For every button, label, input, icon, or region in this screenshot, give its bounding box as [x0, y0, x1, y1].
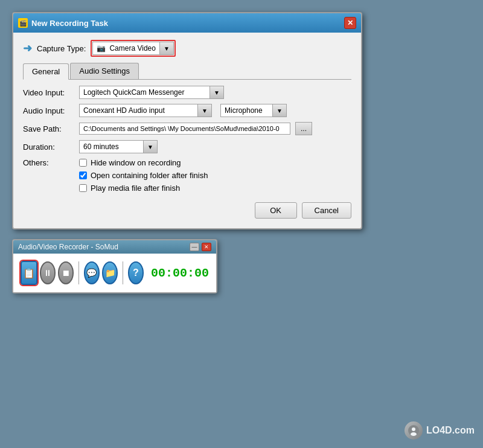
duration-row: Duration: 60 minutes ▼: [23, 140, 351, 153]
pause-button[interactable]: ⏸: [40, 261, 56, 284]
capture-type-value: 📷 Camera Video: [93, 42, 159, 54]
others-section: Others: Hide window on recording Open co…: [23, 158, 351, 193]
dialog-buttons: OK Cancel: [23, 202, 351, 221]
capture-type-row: ➜ Capture Type: 📷 Camera Video ▼: [23, 40, 351, 57]
recorder-titlebar-controls: — ✕: [190, 243, 211, 251]
open-folder-checkbox[interactable]: [79, 171, 87, 179]
titlebar-left: 🎬 New Recording Task: [18, 18, 108, 28]
play-media-checkbox[interactable]: [79, 184, 87, 192]
duration-select[interactable]: 60 minutes ▼: [79, 140, 158, 153]
recorder-close-button[interactable]: ✕: [202, 243, 211, 251]
duration-label: Duration:: [23, 142, 74, 152]
folder-icon: 📁: [105, 268, 115, 278]
audio-input-secondary-arrow[interactable]: ▼: [272, 104, 286, 117]
open-folder-label: Open containing folder after finish: [91, 171, 208, 180]
video-input-label: Video Input:: [23, 88, 74, 97]
hide-window-checkbox[interactable]: [79, 159, 87, 167]
audio-input-value: Conexant HD Audio input: [80, 104, 197, 117]
video-input-value: Logitech QuickCam Messenger: [80, 86, 210, 98]
stop-button[interactable]: ⏹: [58, 261, 74, 284]
svg-point-2: [411, 432, 417, 436]
stop-icon: ⏹: [62, 268, 70, 278]
duration-dropdown-arrow[interactable]: ▼: [143, 141, 157, 153]
watermark-logo: [405, 421, 423, 440]
pause-icon: ⏸: [43, 268, 52, 278]
record-icon: 📋: [23, 267, 35, 279]
audio-input-row: Audio Input: Conexant HD Audio input ▼ M…: [23, 104, 351, 117]
tab-general[interactable]: General: [23, 63, 69, 80]
dialog-titlebar: 🎬 New Recording Task ✕: [13, 13, 361, 33]
video-input-dropdown-arrow[interactable]: ▼: [210, 86, 223, 98]
help-icon: ?: [133, 267, 139, 278]
recorder-window: Audio/Video Recorder - SoMud — ✕ 📋 ⏸ ⏹ 💬…: [12, 239, 217, 293]
play-media-label: Play media file after finish: [91, 184, 180, 193]
capture-type-select-wrapper: 📷 Camera Video ▼: [91, 40, 175, 57]
hide-window-label: Hide window on recording: [91, 158, 181, 167]
svg-point-1: [412, 427, 415, 431]
new-recording-task-dialog: 🎬 New Recording Task ✕ ➜ Capture Type: 📷…: [12, 12, 362, 229]
capture-type-select[interactable]: 📷 Camera Video ▼: [92, 42, 173, 55]
play-media-row: Play media file after finish: [79, 184, 208, 193]
watermark: LO4D.com: [405, 421, 475, 440]
recorder-body: 📋 ⏸ ⏹ 💬 📁 ? 00:00:00: [13, 254, 216, 292]
chat-icon: 💬: [86, 268, 97, 278]
dialog-close-button[interactable]: ✕: [344, 17, 356, 29]
browse-button[interactable]: ...: [295, 122, 312, 135]
save-path-label: Save Path:: [23, 124, 74, 133]
dialog-title-icon: 🎬: [18, 18, 28, 28]
recorder-titlebar: Audio/Video Recorder - SoMud — ✕: [13, 240, 216, 254]
capture-type-label: Capture Type:: [37, 44, 86, 53]
recorder-title-text: Audio/Video Recorder - SoMud: [18, 243, 118, 251]
audio-input-label: Audio Input:: [23, 106, 74, 115]
capture-type-dropdown-arrow[interactable]: ▼: [159, 42, 173, 54]
chat-button[interactable]: 💬: [84, 261, 100, 284]
save-path-row: Save Path: C:\Documents and Settings\ \M…: [23, 122, 351, 135]
divider-2: [123, 261, 123, 284]
dialog-body: ➜ Capture Type: 📷 Camera Video ▼ General…: [13, 33, 361, 228]
save-path-input[interactable]: C:\Documents and Settings\ \My Documents…: [79, 123, 290, 135]
ok-button[interactable]: OK: [255, 202, 297, 219]
folder-button[interactable]: 📁: [102, 261, 118, 284]
record-button[interactable]: 📋: [21, 261, 37, 285]
open-folder-row: Open containing folder after finish: [79, 171, 208, 180]
cancel-button[interactable]: Cancel: [302, 202, 351, 219]
dialog-title-text: New Recording Task: [31, 19, 108, 28]
tabs-row: General Audio Settings: [23, 63, 351, 80]
arrow-icon: ➜: [23, 42, 32, 55]
audio-input-secondary-select[interactable]: Microphone ▼: [220, 104, 287, 117]
watermark-text: LO4D.com: [426, 425, 475, 436]
others-label: Others:: [23, 158, 74, 167]
audio-input-select[interactable]: Conexant HD Audio input ▼: [79, 104, 212, 117]
help-button[interactable]: ?: [128, 261, 144, 284]
audio-input-dropdown-arrow[interactable]: ▼: [197, 104, 211, 117]
video-input-select[interactable]: Logitech QuickCam Messenger ▼: [79, 86, 224, 99]
tab-audio-settings[interactable]: Audio Settings: [70, 63, 139, 79]
others-checkboxes: Hide window on recording Open containing…: [79, 158, 208, 193]
recorder-minimize-button[interactable]: —: [190, 243, 199, 251]
duration-value: 60 minutes: [80, 141, 143, 153]
audio-input-secondary-value: Microphone: [221, 104, 272, 117]
video-input-row: Video Input: Logitech QuickCam Messenger…: [23, 86, 351, 99]
timer-display: 00:00:00: [151, 266, 209, 280]
hide-window-row: Hide window on recording: [79, 158, 208, 167]
divider-1: [78, 261, 79, 284]
